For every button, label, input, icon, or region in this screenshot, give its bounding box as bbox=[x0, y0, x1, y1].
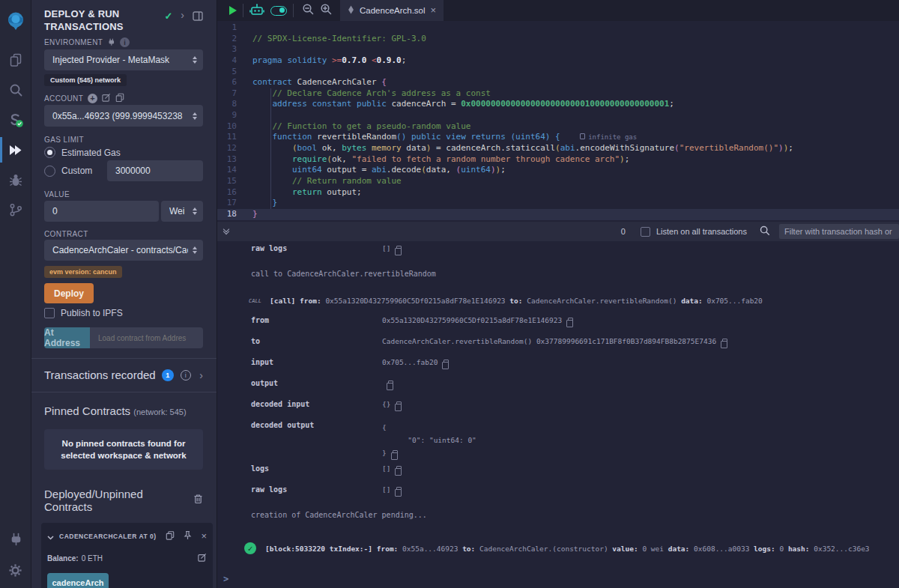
solidity-compiler-icon[interactable] bbox=[0, 105, 31, 135]
copy-instance-icon[interactable] bbox=[166, 530, 175, 543]
code-line: 18} bbox=[217, 209, 899, 220]
transactions-expand-icon[interactable]: › bbox=[199, 371, 203, 380]
line-number: 3 bbox=[217, 44, 252, 55]
code-line: 16 return output; bbox=[217, 187, 899, 198]
code-line: 8 address constant public cadenceArch = … bbox=[217, 99, 899, 110]
transactions-recorded-row[interactable]: Transactions recorded 1 i › bbox=[44, 359, 203, 392]
environment-select[interactable]: Injected Provider - MetaMask bbox=[44, 49, 203, 70]
contract-function-buttons: cadenceArchrevertibleRa... bbox=[47, 573, 207, 588]
line-number: 12 bbox=[217, 143, 252, 154]
listen-all-checkbox[interactable] bbox=[641, 227, 650, 237]
at-address-input[interactable] bbox=[90, 327, 203, 348]
environment-info-icon[interactable]: i bbox=[120, 37, 130, 47]
select-arrows-icon bbox=[193, 112, 197, 120]
forward-chevron-icon[interactable]: › bbox=[181, 10, 184, 19]
gas-icon bbox=[580, 133, 585, 139]
zoom-in-icon[interactable] bbox=[319, 2, 333, 19]
add-account-icon[interactable]: + bbox=[88, 94, 97, 103]
copy-icon[interactable] bbox=[388, 381, 393, 387]
deploy-run-panel: DEPLOY & RUN TRANSACTIONS ✓ › ENVIRONMEN… bbox=[31, 0, 217, 588]
close-instance-icon[interactable]: × bbox=[201, 533, 207, 540]
settings-gear-icon[interactable] bbox=[0, 555, 31, 585]
value-unit-select[interactable]: Wei bbox=[161, 201, 203, 222]
copy-icon[interactable] bbox=[568, 318, 573, 324]
publish-ipfs-label: Publish to IPFS bbox=[61, 308, 123, 318]
terminal-kv-row: input0x705...fab20 bbox=[217, 355, 899, 376]
balance-value: 0 ETH bbox=[82, 554, 103, 563]
zoom-out-icon[interactable] bbox=[301, 2, 315, 19]
log-value: 0x705...fab20 bbox=[382, 358, 438, 366]
custom-gas-input[interactable]: 3000000 bbox=[107, 160, 203, 181]
tab-cadencearch-sol[interactable]: CadenceArch.sol × bbox=[340, 0, 444, 21]
clear-deployed-trash-icon[interactable] bbox=[193, 494, 203, 507]
pinned-contracts-title: Pinned Contracts (network: 545) bbox=[44, 404, 203, 417]
log-value: [] bbox=[382, 464, 390, 473]
search-icon[interactable] bbox=[0, 75, 31, 105]
edit-account-icon[interactable] bbox=[102, 93, 111, 103]
terminal-block-row: ✓[block:5033220 txIndex:-] from: 0x55a..… bbox=[217, 532, 899, 554]
copy-icon[interactable] bbox=[393, 450, 398, 456]
log-key: output bbox=[251, 379, 382, 387]
code-editor[interactable]: 12// SPDX-License-Identifier: GPL-3.034p… bbox=[217, 21, 899, 222]
run-script-play-icon[interactable] bbox=[229, 6, 237, 15]
contract-label: CONTRACT bbox=[44, 230, 88, 238]
contract-select[interactable]: CadenceArchCaler - contracts/Cac bbox=[44, 240, 203, 261]
copy-icon[interactable] bbox=[396, 466, 402, 472]
pin-instance-icon[interactable] bbox=[184, 530, 192, 543]
log-value: 0x55a1320D432759960C5Df0215a8dF78e1E1469… bbox=[382, 316, 562, 324]
estimated-gas-radio[interactable] bbox=[44, 147, 55, 158]
divider bbox=[31, 392, 217, 392]
panel-title: DEPLOY & RUN TRANSACTIONS bbox=[44, 7, 163, 36]
debugger-icon[interactable] bbox=[0, 165, 31, 195]
editor-toolbar: CadenceArch.sol × bbox=[217, 0, 899, 21]
custom-gas-radio[interactable] bbox=[44, 166, 55, 177]
split-view-icon[interactable] bbox=[193, 10, 203, 24]
contract-function-button[interactable]: cadenceArch bbox=[47, 573, 109, 588]
terminal-output[interactable]: raw logs[]call to CadenceArchCaler.rever… bbox=[217, 241, 899, 588]
select-arrows-icon bbox=[193, 246, 197, 254]
toolbar-separator bbox=[293, 4, 294, 17]
plugin-manager-icon[interactable] bbox=[0, 524, 31, 554]
account-select[interactable]: 0x55a...46923 (999.9999453238 bbox=[44, 105, 203, 127]
success-check-icon: ✓ bbox=[244, 542, 256, 554]
code-line: 14 uint64 output = abi.decode(data, (uin… bbox=[217, 165, 899, 176]
log-key: input bbox=[251, 358, 382, 366]
code-line: 6contract CadenceArchCaler { bbox=[217, 77, 899, 88]
remix-logo-icon[interactable] bbox=[0, 3, 31, 39]
environment-label: ENVIRONMENT bbox=[44, 38, 103, 46]
line-number: 7 bbox=[217, 88, 252, 100]
deployed-contracts-title: Deployed/Unpinned Contracts bbox=[44, 488, 193, 513]
line-number: 18 bbox=[217, 209, 252, 220]
code-line: 4pragma solidity >=0.7.0 <0.9.0; bbox=[217, 55, 899, 67]
deploy-button[interactable]: Deploy bbox=[44, 283, 94, 303]
copy-account-icon[interactable] bbox=[115, 93, 124, 103]
terminal-kv-row: from0x55a1320D432759960C5Df0215a8dF78e1E… bbox=[217, 313, 899, 334]
terminal-search-icon[interactable] bbox=[759, 225, 770, 239]
copy-icon[interactable] bbox=[396, 246, 402, 252]
deploy-and-run-icon[interactable] bbox=[0, 135, 31, 165]
at-address-button[interactable]: At Address bbox=[44, 327, 90, 348]
terminal-filter-input[interactable] bbox=[779, 224, 899, 239]
listen-all-label: Listen on all transactions bbox=[656, 227, 747, 236]
ai-copilot-robot-icon[interactable] bbox=[249, 3, 264, 19]
transactions-count-badge: 1 bbox=[162, 369, 174, 381]
git-branch-icon[interactable] bbox=[0, 195, 31, 225]
transactions-info-icon[interactable]: i bbox=[181, 370, 191, 381]
copy-icon[interactable] bbox=[396, 401, 402, 407]
copy-icon[interactable] bbox=[722, 339, 727, 345]
code-line: 17 } bbox=[217, 198, 899, 209]
transaction-count: 0 bbox=[621, 227, 626, 236]
copy-icon[interactable] bbox=[396, 487, 402, 493]
collapse-chevron-icon[interactable] bbox=[47, 530, 54, 543]
log-key: raw logs bbox=[251, 244, 382, 252]
publish-ipfs-checkbox[interactable] bbox=[44, 308, 55, 318]
terminal-prompt[interactable]: > bbox=[217, 554, 899, 584]
close-tab-icon[interactable]: × bbox=[431, 7, 437, 14]
value-input[interactable]: 0 bbox=[44, 201, 159, 222]
edit-balance-icon[interactable] bbox=[198, 553, 207, 563]
copy-icon[interactable] bbox=[444, 360, 449, 366]
copilot-toggle[interactable] bbox=[270, 6, 287, 16]
file-explorer-icon[interactable] bbox=[0, 45, 31, 75]
collapse-terminal-icon[interactable] bbox=[223, 229, 231, 234]
plug-icon bbox=[107, 37, 115, 47]
